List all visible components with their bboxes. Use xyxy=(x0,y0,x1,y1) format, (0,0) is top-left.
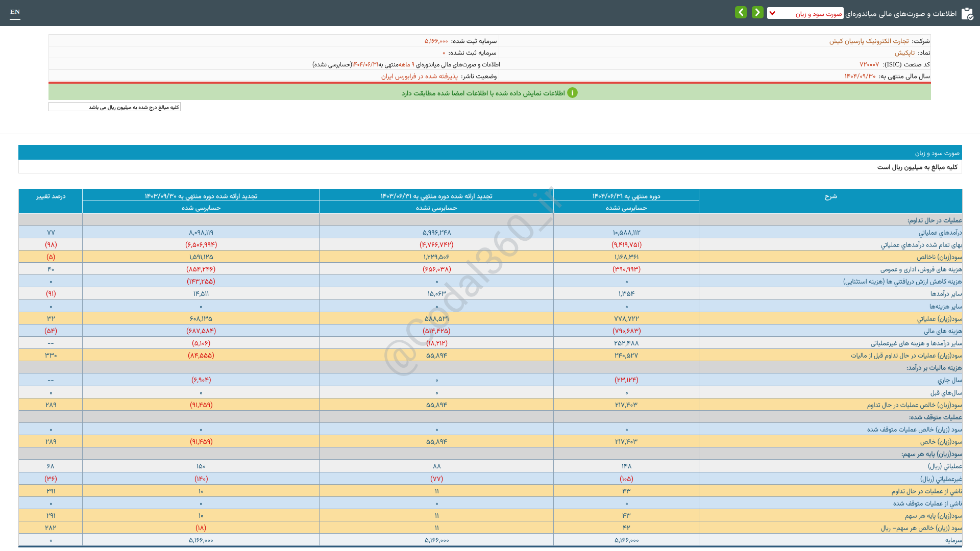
svg-text:i: i xyxy=(571,88,573,97)
